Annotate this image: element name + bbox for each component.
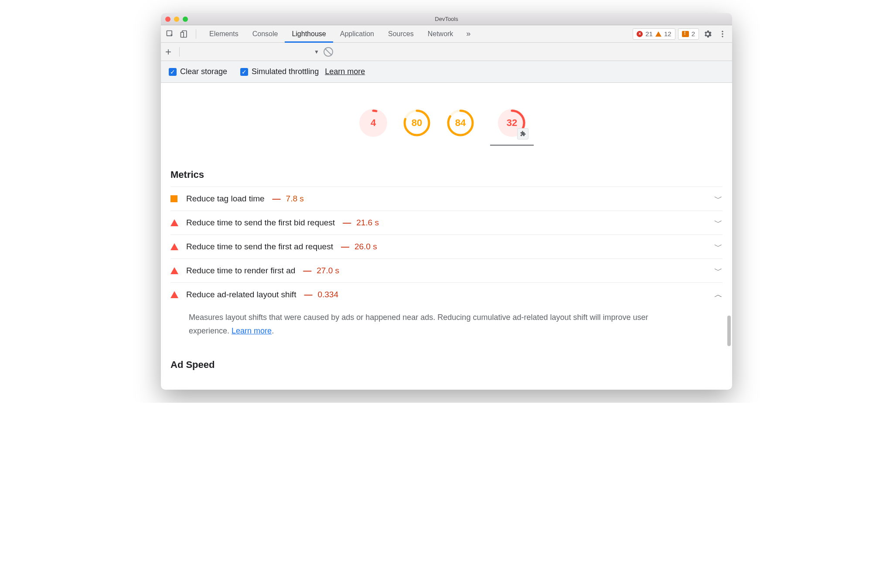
- report-dropdown-icon[interactable]: ▼: [314, 49, 319, 55]
- error-icon: ×: [637, 31, 643, 37]
- console-counters[interactable]: × 21 12: [633, 28, 675, 40]
- chevron-down-icon: ﹀: [714, 241, 723, 252]
- issues-counter[interactable]: 2: [678, 28, 699, 40]
- clear-all-icon[interactable]: [324, 47, 333, 57]
- more-tabs-icon[interactable]: »: [463, 28, 474, 40]
- gauge-3[interactable]: 32: [490, 109, 534, 146]
- gauge-active-underline: [490, 145, 534, 146]
- learn-more-link[interactable]: Learn more: [325, 67, 365, 76]
- triangle-marker-icon: [170, 243, 178, 250]
- chevron-down-icon: ﹀: [714, 193, 723, 204]
- gauge-0[interactable]: 4: [359, 109, 387, 146]
- svg-rect-2: [181, 32, 184, 37]
- metric-value: 26.0 s: [354, 242, 377, 252]
- settings-gear-icon[interactable]: [702, 28, 714, 40]
- gauge-value: 4: [359, 109, 387, 137]
- report-content: Metrics Reduce tag load time — 7.8 s ﹀ R…: [161, 169, 732, 390]
- separator: [196, 29, 196, 39]
- tab-console[interactable]: Console: [245, 25, 285, 43]
- issues-icon: [682, 31, 689, 37]
- metric-title: Reduce time to send the first ad request: [186, 242, 333, 252]
- triangle-marker-icon: [170, 291, 178, 298]
- lighthouse-options: ✓ Clear storage ✓ Simulated throttling L…: [161, 61, 732, 83]
- metric-value: 27.0 s: [317, 266, 339, 275]
- triangle-marker-icon: [170, 219, 178, 226]
- score-gauges: 4 80 84: [161, 83, 732, 159]
- warning-icon: [655, 31, 661, 37]
- more-options-icon[interactable]: [716, 28, 729, 40]
- gauge-value: 84: [446, 109, 474, 137]
- metric-value: 0.334: [317, 290, 338, 299]
- inspect-element-icon[interactable]: [164, 28, 176, 40]
- ad-speed-heading: Ad Speed: [170, 359, 723, 370]
- scrollbar-thumb[interactable]: [727, 316, 731, 346]
- device-toggle-icon[interactable]: [178, 28, 190, 40]
- svg-point-4: [722, 33, 723, 34]
- simulated-throttling-checkbox[interactable]: ✓ Simulated throttling Learn more: [240, 67, 365, 76]
- metric-value: 7.8 s: [286, 194, 304, 204]
- metrics-heading: Metrics: [170, 169, 723, 180]
- metric-title: Reduce time to send the first bid reques…: [186, 218, 335, 228]
- new-report-button[interactable]: +: [165, 46, 171, 58]
- warning-count: 12: [664, 30, 671, 37]
- extension-icon: [517, 128, 528, 139]
- learn-more-link[interactable]: Learn more: [232, 326, 272, 335]
- chevron-down-icon: ﹀: [714, 265, 723, 276]
- metric-title: Reduce tag load time: [186, 194, 265, 204]
- devtools-tabs: ElementsConsoleLighthouseApplicationSour…: [161, 25, 732, 43]
- square-marker-icon: [170, 195, 177, 202]
- metric-title: Reduce ad-related layout shift: [186, 290, 296, 299]
- metric-dash: —: [341, 242, 349, 252]
- clear-storage-label: Clear storage: [180, 67, 227, 76]
- svg-point-3: [722, 31, 723, 32]
- tab-application[interactable]: Application: [333, 25, 381, 43]
- tab-lighthouse[interactable]: Lighthouse: [285, 25, 333, 43]
- tab-network[interactable]: Network: [421, 25, 460, 43]
- metric-row[interactable]: Reduce tag load time — 7.8 s ﹀: [170, 187, 723, 211]
- triangle-marker-icon: [170, 267, 178, 274]
- clear-storage-checkbox[interactable]: ✓ Clear storage: [169, 67, 227, 76]
- metric-title: Reduce time to render first ad: [186, 266, 295, 275]
- gauge-2[interactable]: 84: [446, 109, 474, 146]
- metric-dash: —: [273, 194, 281, 204]
- lighthouse-toolbar: + ▼: [161, 43, 732, 61]
- gauge-value: 80: [403, 109, 431, 137]
- checkbox-checked-icon: ✓: [240, 68, 248, 76]
- metric-description: Measures layout shifts that were caused …: [170, 306, 668, 349]
- gauge-1[interactable]: 80: [403, 109, 431, 146]
- window-title: DevTools: [161, 16, 732, 22]
- tab-elements[interactable]: Elements: [202, 25, 245, 43]
- checkbox-checked-icon: ✓: [169, 68, 177, 76]
- svg-point-5: [722, 36, 723, 37]
- metric-row[interactable]: Reduce time to render first ad — 27.0 s …: [170, 258, 723, 282]
- metric-dash: —: [304, 290, 312, 299]
- chevron-down-icon: ﹀: [714, 217, 723, 228]
- metric-row[interactable]: Reduce ad-related layout shift — 0.334 ︿: [170, 282, 723, 306]
- metric-value: 21.6 s: [356, 218, 379, 228]
- metric-dash: —: [303, 266, 311, 275]
- separator: [179, 47, 180, 57]
- metric-dash: —: [343, 218, 351, 228]
- devtools-window: DevTools ElementsConsoleLighthouseApplic…: [161, 13, 732, 390]
- metric-row[interactable]: Reduce time to send the first bid reques…: [170, 211, 723, 235]
- issues-count: 2: [692, 30, 695, 37]
- window-titlebar: DevTools: [161, 13, 732, 25]
- tab-sources[interactable]: Sources: [381, 25, 421, 43]
- simulated-throttling-label: Simulated throttling: [252, 67, 319, 76]
- error-count: 21: [645, 30, 653, 37]
- metrics-list: Reduce tag load time — 7.8 s ﹀ Reduce ti…: [170, 187, 723, 349]
- chevron-up-icon: ︿: [714, 289, 723, 300]
- metric-row[interactable]: Reduce time to send the first ad request…: [170, 235, 723, 258]
